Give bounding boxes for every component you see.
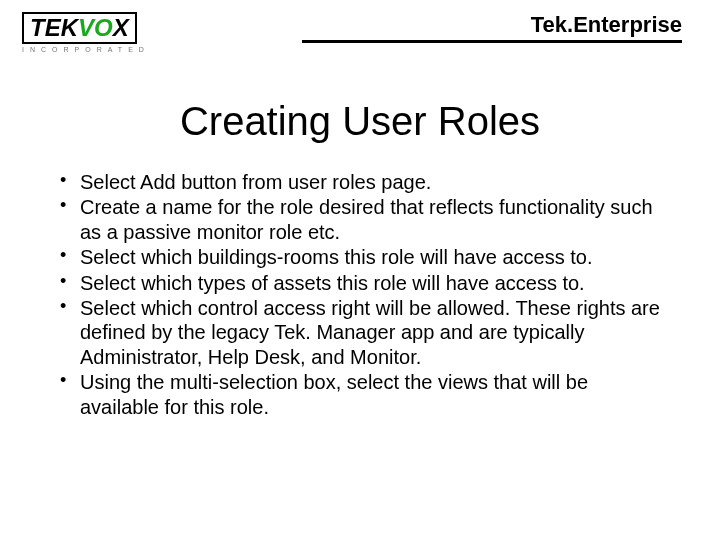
bullet-item: Select which buildings-rooms this role w… xyxy=(56,245,664,269)
bullet-item: Select which types of assets this role w… xyxy=(56,271,664,295)
slide-content: Select Add button from user roles page. … xyxy=(0,170,720,419)
tekvox-logo: TEKVOX INCORPORATED xyxy=(22,12,152,53)
bullet-item: Select which control access right will b… xyxy=(56,296,664,369)
logo-subtext: INCORPORATED xyxy=(22,46,152,53)
logo-text-tek: TEK xyxy=(30,14,78,41)
header-divider xyxy=(302,40,682,43)
bullet-list: Select Add button from user roles page. … xyxy=(56,170,664,419)
slide-title: Creating User Roles xyxy=(0,99,720,144)
logo-text-vo: VO xyxy=(78,14,113,41)
slide-header: TEKVOX INCORPORATED Tek.Enterprise xyxy=(0,0,720,53)
logo-text-x: X xyxy=(113,14,129,41)
bullet-item: Using the multi-selection box, select th… xyxy=(56,370,664,419)
bullet-item: Create a name for the role desired that … xyxy=(56,195,664,244)
product-name: Tek.Enterprise xyxy=(152,12,690,38)
bullet-item: Select Add button from user roles page. xyxy=(56,170,664,194)
